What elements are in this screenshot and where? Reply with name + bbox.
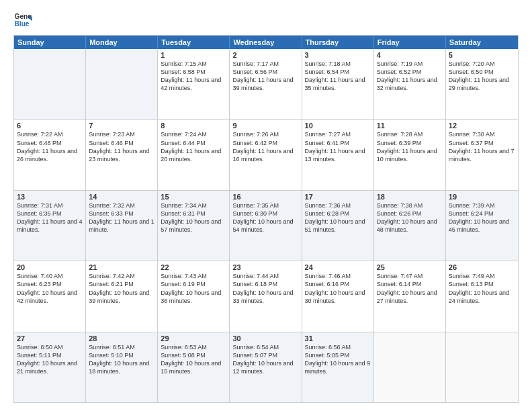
day-cell-2: 2Sunrise: 7:17 AM Sunset: 6:56 PM Daylig… (230, 49, 302, 119)
day-cell-27: 27Sunrise: 6:50 AM Sunset: 5:11 PM Dayli… (14, 332, 86, 402)
empty-cell (374, 332, 446, 402)
day-cell-17: 17Sunrise: 7:36 AM Sunset: 6:28 PM Dayli… (302, 191, 374, 261)
day-cell-5: 5Sunrise: 7:20 AM Sunset: 6:50 PM Daylig… (446, 49, 518, 119)
day-info: Sunrise: 7:43 AM Sunset: 6:19 PM Dayligh… (161, 272, 226, 305)
day-number: 16 (232, 193, 298, 201)
day-info: Sunrise: 7:15 AM Sunset: 6:58 PM Dayligh… (161, 60, 226, 93)
logo: General Blue (13, 11, 32, 30)
day-info: Sunrise: 7:34 AM Sunset: 6:31 PM Dayligh… (161, 201, 226, 234)
day-info: Sunrise: 7:47 AM Sunset: 6:14 PM Dayligh… (377, 272, 443, 305)
day-number: 25 (377, 263, 443, 271)
logo-icon: General Blue (13, 11, 32, 30)
day-number: 10 (305, 122, 371, 130)
day-info: Sunrise: 7:28 AM Sunset: 6:39 PM Dayligh… (377, 130, 443, 163)
day-cell-18: 18Sunrise: 7:38 AM Sunset: 6:26 PM Dayli… (374, 191, 446, 261)
day-number: 28 (89, 334, 154, 342)
day-cell-30: 30Sunrise: 6:54 AM Sunset: 5:07 PM Dayli… (230, 332, 302, 402)
day-number: 24 (305, 263, 371, 271)
day-number: 19 (449, 193, 515, 201)
day-info: Sunrise: 7:23 AM Sunset: 6:46 PM Dayligh… (89, 130, 154, 163)
day-number: 21 (89, 263, 154, 271)
day-number: 20 (17, 263, 83, 271)
day-number: 11 (377, 122, 443, 130)
day-info: Sunrise: 7:31 AM Sunset: 6:35 PM Dayligh… (17, 201, 83, 234)
day-info: Sunrise: 7:35 AM Sunset: 6:30 PM Dayligh… (232, 201, 298, 234)
day-cell-9: 9Sunrise: 7:26 AM Sunset: 6:42 PM Daylig… (230, 120, 302, 189)
day-info: Sunrise: 7:36 AM Sunset: 6:28 PM Dayligh… (305, 201, 371, 234)
day-cell-31: 31Sunrise: 6:56 AM Sunset: 5:05 PM Dayli… (302, 332, 374, 402)
day-cell-24: 24Sunrise: 7:46 AM Sunset: 6:16 PM Dayli… (302, 261, 374, 331)
day-number: 22 (161, 263, 226, 271)
day-info: Sunrise: 7:19 AM Sunset: 6:52 PM Dayligh… (377, 60, 443, 93)
calendar-week-3: 13Sunrise: 7:31 AM Sunset: 6:35 PM Dayli… (14, 190, 518, 261)
page: General Blue SundayMondayTuesdayWednesda… (0, 0, 532, 411)
day-cell-16: 16Sunrise: 7:35 AM Sunset: 6:30 PM Dayli… (230, 191, 302, 261)
day-info: Sunrise: 6:56 AM Sunset: 5:05 PM Dayligh… (305, 343, 371, 376)
day-info: Sunrise: 6:54 AM Sunset: 5:07 PM Dayligh… (232, 343, 298, 376)
empty-cell (14, 49, 86, 119)
day-info: Sunrise: 7:40 AM Sunset: 6:23 PM Dayligh… (17, 272, 83, 305)
calendar-week-1: 1Sunrise: 7:15 AM Sunset: 6:58 PM Daylig… (14, 49, 518, 119)
day-info: Sunrise: 7:30 AM Sunset: 6:37 PM Dayligh… (449, 130, 515, 163)
calendar: SundayMondayTuesdayWednesdayThursdayFrid… (13, 35, 519, 403)
day-cell-12: 12Sunrise: 7:30 AM Sunset: 6:37 PM Dayli… (446, 120, 518, 189)
day-cell-11: 11Sunrise: 7:28 AM Sunset: 6:39 PM Dayli… (374, 120, 446, 189)
calendar-week-5: 27Sunrise: 6:50 AM Sunset: 5:11 PM Dayli… (14, 332, 518, 402)
day-info: Sunrise: 7:38 AM Sunset: 6:26 PM Dayligh… (377, 201, 443, 234)
day-info: Sunrise: 7:42 AM Sunset: 6:21 PM Dayligh… (89, 272, 154, 305)
day-cell-28: 28Sunrise: 6:51 AM Sunset: 5:10 PM Dayli… (86, 332, 158, 402)
day-number: 3 (305, 51, 371, 59)
day-info: Sunrise: 6:51 AM Sunset: 5:10 PM Dayligh… (89, 343, 154, 376)
day-number: 29 (161, 334, 226, 342)
day-number: 27 (17, 334, 83, 342)
day-cell-14: 14Sunrise: 7:32 AM Sunset: 6:33 PM Dayli… (86, 191, 158, 261)
header-day-tuesday: Tuesday (158, 36, 230, 49)
header-day-saturday: Saturday (446, 36, 518, 49)
day-cell-3: 3Sunrise: 7:18 AM Sunset: 6:54 PM Daylig… (302, 49, 374, 119)
day-number: 23 (232, 263, 298, 271)
day-info: Sunrise: 6:50 AM Sunset: 5:11 PM Dayligh… (17, 343, 83, 376)
day-cell-10: 10Sunrise: 7:27 AM Sunset: 6:41 PM Dayli… (302, 120, 374, 189)
day-info: Sunrise: 7:24 AM Sunset: 6:44 PM Dayligh… (161, 130, 226, 163)
day-number: 14 (89, 193, 154, 201)
day-cell-13: 13Sunrise: 7:31 AM Sunset: 6:35 PM Dayli… (14, 191, 86, 261)
day-number: 15 (161, 193, 226, 201)
day-info: Sunrise: 7:20 AM Sunset: 6:50 PM Dayligh… (449, 60, 515, 93)
day-number: 7 (89, 122, 154, 130)
day-cell-19: 19Sunrise: 7:39 AM Sunset: 6:24 PM Dayli… (446, 191, 518, 261)
day-info: Sunrise: 7:44 AM Sunset: 6:18 PM Dayligh… (232, 272, 298, 305)
day-number: 5 (449, 51, 515, 59)
day-cell-7: 7Sunrise: 7:23 AM Sunset: 6:46 PM Daylig… (86, 120, 158, 189)
day-number: 26 (449, 263, 515, 271)
empty-cell (446, 332, 518, 402)
day-number: 30 (232, 334, 298, 342)
day-cell-21: 21Sunrise: 7:42 AM Sunset: 6:21 PM Dayli… (86, 261, 158, 331)
day-number: 18 (377, 193, 443, 201)
header-day-wednesday: Wednesday (230, 36, 302, 49)
day-cell-20: 20Sunrise: 7:40 AM Sunset: 6:23 PM Dayli… (14, 261, 86, 331)
day-number: 17 (305, 193, 371, 201)
day-number: 12 (449, 122, 515, 130)
day-info: Sunrise: 7:32 AM Sunset: 6:33 PM Dayligh… (89, 201, 154, 234)
day-cell-1: 1Sunrise: 7:15 AM Sunset: 6:58 PM Daylig… (158, 49, 230, 119)
day-cell-25: 25Sunrise: 7:47 AM Sunset: 6:14 PM Dayli… (374, 261, 446, 331)
day-info: Sunrise: 6:53 AM Sunset: 5:08 PM Dayligh… (161, 343, 226, 376)
day-cell-15: 15Sunrise: 7:34 AM Sunset: 6:31 PM Dayli… (158, 191, 230, 261)
day-info: Sunrise: 7:22 AM Sunset: 6:48 PM Dayligh… (17, 130, 83, 163)
day-cell-23: 23Sunrise: 7:44 AM Sunset: 6:18 PM Dayli… (230, 261, 302, 331)
header-day-sunday: Sunday (14, 36, 86, 49)
calendar-body: 1Sunrise: 7:15 AM Sunset: 6:58 PM Daylig… (14, 49, 518, 402)
day-cell-4: 4Sunrise: 7:19 AM Sunset: 6:52 PM Daylig… (374, 49, 446, 119)
day-cell-8: 8Sunrise: 7:24 AM Sunset: 6:44 PM Daylig… (158, 120, 230, 189)
day-cell-26: 26Sunrise: 7:49 AM Sunset: 6:13 PM Dayli… (446, 261, 518, 331)
day-cell-29: 29Sunrise: 6:53 AM Sunset: 5:08 PM Dayli… (158, 332, 230, 402)
day-number: 2 (232, 51, 298, 59)
day-number: 8 (161, 122, 226, 130)
day-info: Sunrise: 7:26 AM Sunset: 6:42 PM Dayligh… (232, 130, 298, 163)
header-day-monday: Monday (86, 36, 158, 49)
header-day-thursday: Thursday (302, 36, 374, 49)
day-cell-6: 6Sunrise: 7:22 AM Sunset: 6:48 PM Daylig… (14, 120, 86, 189)
day-number: 9 (232, 122, 298, 130)
day-number: 31 (305, 334, 371, 342)
day-number: 13 (17, 193, 83, 201)
